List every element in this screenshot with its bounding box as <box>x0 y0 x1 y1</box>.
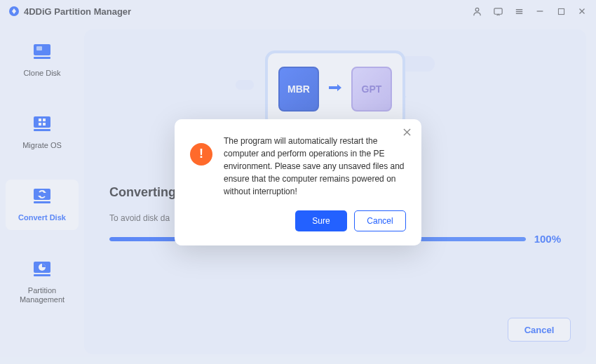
dialog-actions: Sure Cancel <box>190 210 406 231</box>
warning-icon: ! <box>190 143 212 166</box>
dialog-message: The program will automatically restart t… <box>224 135 406 198</box>
dialog-body: ! The program will automatically restart… <box>190 135 406 198</box>
modal-overlay: ! The program will automatically restart… <box>0 0 596 364</box>
dialog-cancel-button[interactable]: Cancel <box>354 210 406 231</box>
dialog-close-icon[interactable] <box>400 126 413 139</box>
restart-dialog: ! The program will automatically restart… <box>175 119 421 245</box>
sure-button[interactable]: Sure <box>295 210 347 231</box>
